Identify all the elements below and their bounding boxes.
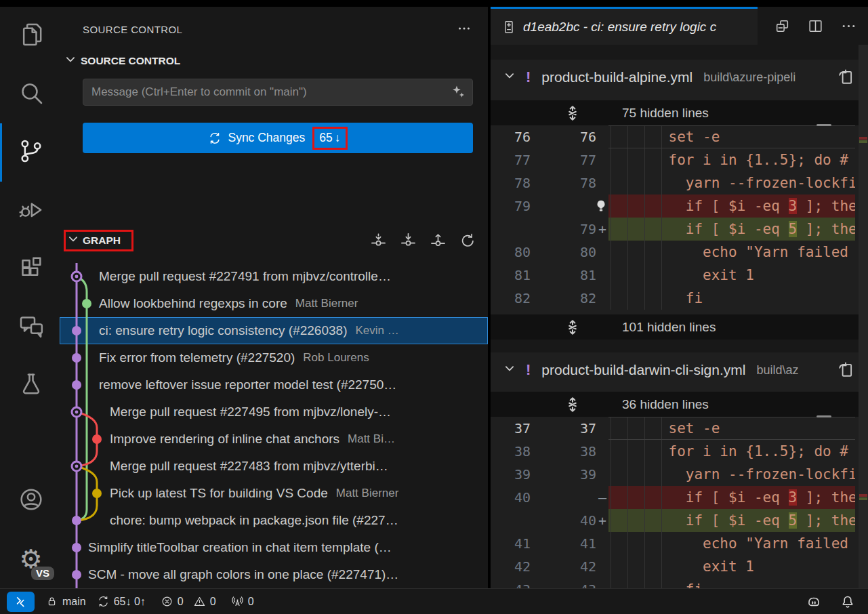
code-text: set -e [608, 417, 855, 440]
diff-line[interactable]: 4343 fi [491, 578, 868, 588]
commit-row[interactable]: Improve rendering of inline chat anchors… [60, 426, 488, 453]
diff-line[interactable]: 8282 fi [491, 287, 868, 310]
lightbulb-icon[interactable] [592, 197, 610, 218]
diff-sign: — [596, 486, 608, 509]
diff-line-added[interactable]: 79+ if [ $i -eq 5 ]; then [491, 218, 868, 241]
diff-line[interactable]: 7676 set -e [491, 125, 868, 148]
line-number-old: 78 [491, 171, 531, 195]
commit-row[interactable]: Simplify titleToolbar creation in chat i… [60, 534, 488, 561]
diff-line[interactable]: 8181 exit 1 [491, 264, 868, 287]
commit-row[interactable]: Merge pull request #227491 from mjbvz/co… [60, 263, 488, 290]
commit-row[interactable]: Fix error from telemetry (#227520)Rob Lo… [60, 344, 488, 371]
diff-sign [596, 440, 608, 463]
sync-status[interactable]: 65↓ 0↑ [97, 595, 146, 608]
settings-button[interactable]: ⚙ VS [0, 530, 60, 588]
copilot-icon[interactable] [806, 594, 822, 610]
annotation-box-graph[interactable]: GRAPH [64, 230, 133, 251]
commit-row[interactable]: Merge pull request #227483 from mjbvz/yt… [60, 453, 488, 480]
line-number-old: 76 [491, 125, 531, 148]
commit-author: Kevin … [355, 324, 398, 337]
commit-message: SCM - move all graph colors in one place… [88, 567, 398, 582]
commit-message: Fix error from telemetry (#227520) [99, 350, 295, 365]
line-number-old: 37 [491, 417, 531, 440]
sidebar-item-search[interactable] [0, 65, 60, 123]
refresh-icon[interactable] [459, 232, 477, 250]
more-actions-icon[interactable] [840, 18, 857, 35]
commit-author: Rob Lourens [303, 351, 369, 365]
code-text: echo "Yarn failed too many times" >&2 [608, 532, 855, 555]
code-text: ]; then [797, 221, 855, 237]
hidden-lines-bar[interactable]: 101 hidden lines [491, 314, 868, 340]
diff-line[interactable]: 4141 echo "Yarn failed too many times" >… [491, 532, 868, 555]
commit-row[interactable]: remove leftover issue reporter model tes… [60, 371, 488, 398]
commit-row[interactable]: SCM - move all graph colors in one place… [60, 561, 488, 588]
run-debug-icon [18, 196, 45, 226]
split-editor-icon[interactable] [807, 18, 824, 35]
sidebar-item-run-debug[interactable] [0, 182, 60, 240]
collapse-all-icon[interactable] [774, 18, 791, 35]
diff-line[interactable]: 3939 yarn --frozen-lockfile --check-file… [491, 463, 868, 486]
remote-indicator[interactable] [7, 592, 35, 612]
tab-multi-diff[interactable]: d1eab2bc - ci: ensure retry logic c [491, 7, 758, 45]
line-number-old: 43 [491, 578, 531, 588]
diff-line[interactable]: 3737 set -e [491, 417, 868, 440]
diff-sign [596, 463, 608, 486]
code-char-diff: 5 [789, 221, 798, 237]
branch-indicator[interactable]: main [45, 595, 86, 608]
diff-line-deleted[interactable]: 40— if [ $i -eq 3 ]; then [491, 486, 868, 509]
sidebar-item-comments[interactable] [0, 298, 60, 356]
sidebar-item-explorer[interactable] [0, 7, 60, 65]
commit-message-input[interactable] [83, 79, 473, 106]
code-text: ]; then [797, 489, 855, 506]
pull-icon[interactable] [399, 232, 417, 250]
accounts-button[interactable] [0, 472, 60, 530]
ports-count: 0 [248, 596, 254, 608]
commit-row[interactable]: Pick up latest TS for building VS CodeMa… [60, 480, 488, 507]
editor-scrollbar[interactable] [859, 45, 868, 588]
diff-line[interactable]: 8080 echo "Yarn failed too many times" >… [491, 241, 868, 264]
sync-changes-button[interactable]: Sync Changes 65 ↓ [83, 123, 473, 153]
diff-line-added[interactable]: 40+ if [ $i -eq 5 ]; then [491, 509, 868, 532]
expand-grip[interactable] [817, 124, 831, 126]
ports-indicator[interactable]: 0 [231, 595, 254, 608]
chevron-down-icon [68, 234, 79, 247]
more-actions-icon[interactable] [457, 21, 472, 38]
commit-row-selected[interactable]: ci: ensure retry logic consistency (#226… [60, 317, 488, 344]
sparkle-icon[interactable] [451, 84, 467, 103]
line-number-old: 82 [491, 287, 531, 310]
diff-line[interactable]: 3838 for i in {1..5}; do # try 5 times [491, 440, 868, 463]
hidden-lines-label: 75 hidden lines [622, 106, 709, 121]
commit-message: remove leftover issue reporter model tes… [99, 377, 396, 392]
go-to-file-icon[interactable] [834, 66, 857, 91]
push-icon[interactable] [429, 232, 447, 250]
sidebar-item-source-control[interactable] [0, 123, 60, 182]
commit-message: Improve rendering of inline chat anchors [110, 432, 339, 447]
modified-indicator: ! [526, 68, 531, 86]
line-number-old: 40 [491, 486, 531, 509]
diff-line[interactable]: 4242 exit 1 [491, 555, 868, 578]
fetch-icon[interactable] [369, 232, 388, 250]
commit-row[interactable]: Merge pull request #227495 from mjbvz/lo… [60, 398, 488, 426]
commit-row[interactable]: chore: bump webpack in package.json file… [60, 507, 488, 534]
line-number-old: 39 [491, 463, 531, 486]
diff-line-deleted[interactable]: 79 if [ $i -eq 3 ]; then [491, 195, 868, 218]
diff-line[interactable]: 7878 yarn --frozen-lockfile --check-file… [491, 171, 868, 195]
line-number-new: 42 [531, 555, 596, 578]
diff-sign: + [596, 509, 608, 532]
hidden-lines-bar[interactable]: 36 hidden lines [491, 392, 868, 417]
file-header-darwin[interactable]: ! product-build-darwin-cli-sign.yml buil… [491, 352, 868, 388]
code-text: exit 1 [608, 264, 855, 287]
hidden-lines-bar[interactable]: 75 hidden lines [491, 100, 868, 125]
problems-indicator[interactable]: 0 0 [161, 595, 216, 608]
sidebar-item-testing[interactable] [0, 356, 60, 415]
go-to-file-icon[interactable] [834, 359, 857, 384]
commit-row[interactable]: Allow lookbehind regexps in coreMatt Bie… [60, 290, 488, 317]
diff-sign [596, 287, 608, 310]
bell-icon[interactable] [840, 594, 856, 610]
expand-grip[interactable] [817, 415, 831, 417]
sidebar-item-extensions[interactable] [0, 240, 60, 298]
section-source-control[interactable]: SOURCE CONTROL [65, 54, 488, 68]
diff-line[interactable]: 7777 for i in {1..5}; do # try 5 times [491, 148, 868, 171]
file-header-alpine[interactable]: ! product-build-alpine.yml build\azure-p… [491, 60, 868, 95]
hidden-lines-label: 101 hidden lines [622, 320, 716, 335]
